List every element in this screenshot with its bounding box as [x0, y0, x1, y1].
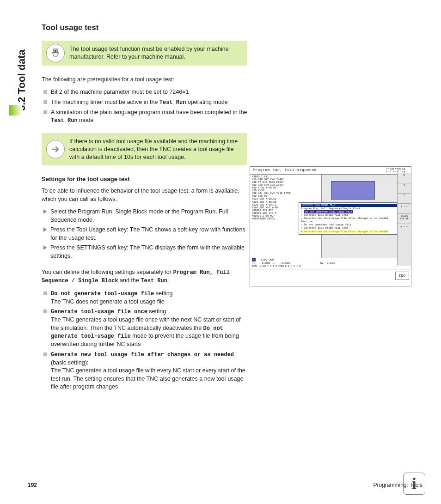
t-softkey[interactable]: T — [398, 194, 411, 204]
arrow-icon — [46, 140, 65, 158]
step-item: Select the Program Run, Single Block mod… — [43, 208, 247, 224]
step-item: Press the SETTINGS soft key: The TNC dis… — [43, 244, 247, 260]
note-icon — [46, 44, 65, 62]
steps-list: Select the Program Run, Single Block mod… — [43, 208, 247, 260]
screen-aux-title: Programming and editing — [386, 168, 408, 173]
tool-usage-dialog: Generate tool-usage file Program Run, Fu… — [299, 202, 410, 235]
option-item: Generate new tool usage file after chang… — [43, 351, 247, 391]
screen-mode-title: Program run, full sequence — [253, 168, 317, 173]
manufacturer-note: The tool usage test function must be ena… — [42, 41, 247, 66]
note-text: If there is no valid tool usage file ava… — [69, 138, 238, 160]
default-time-note: If there is no valid tool usage file ava… — [42, 133, 247, 166]
page-heading: Tool usage test — [42, 23, 247, 32]
list-item: Bit 2 of the machine parameter must be s… — [43, 88, 247, 97]
option-item: Do not generate tool-usage file settingT… — [43, 290, 247, 306]
override-softkey[interactable]: S100%OFF ON — [398, 214, 411, 224]
subsection-heading: Settings for the tool usage test — [42, 176, 247, 182]
list-item: The machining timer must be active in th… — [43, 98, 247, 107]
subsection-intro: To be able to influence the behavior of … — [42, 187, 247, 203]
info-icon: i — [403, 473, 425, 495]
end-softkey[interactable]: END — [395, 272, 409, 280]
s-softkey[interactable]: S — [398, 183, 411, 194]
side-accent — [9, 105, 22, 115]
plus-softkey[interactable]: ✦ ▫ + — [398, 204, 411, 214]
intro-paragraph: The following are prerequisites for a to… — [42, 76, 247, 84]
position-status: X +250.000 +B +0.000 +C +0.000 S1 0.000 … — [250, 258, 411, 269]
step-item: Press the Tool Usage soft key: The TNC s… — [43, 226, 247, 242]
page-footer: 192 Programming: Tools — [28, 482, 423, 488]
svg-rect-1 — [55, 50, 56, 52]
option-item: Generate tool-usage file once setting Th… — [43, 308, 247, 348]
m-softkey[interactable]: M — [398, 173, 411, 183]
tnc-screenshot: Program run, full sequence Programming a… — [250, 166, 411, 286]
options-list: Do not generate tool-usage file settingT… — [43, 290, 247, 391]
settings-paragraph: You can define the following settings se… — [42, 268, 247, 285]
minus-softkey[interactable]: ✦ ▫ − — [398, 224, 411, 234]
page-number: 192 — [28, 482, 37, 488]
note-text: The tool usage test function must be ena… — [69, 46, 229, 60]
list-item: A simulation of the plain language progr… — [43, 109, 247, 125]
prerequisite-list: Bit 2 of the machine parameter must be s… — [43, 88, 247, 125]
soft-key-sidebar: M S T ✦ ▫ + S100%OFF ON ✦ ▫ − — [397, 173, 411, 266]
